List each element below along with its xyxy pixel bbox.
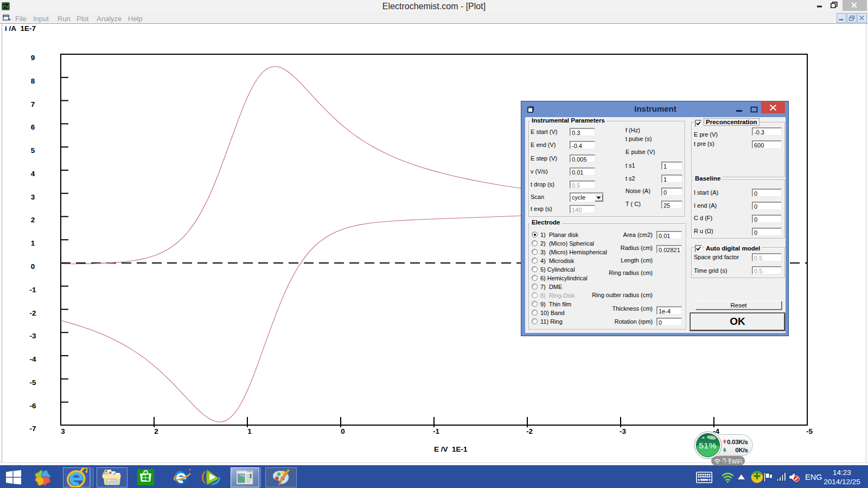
svg-text:9: 9 [31,54,35,62]
svg-text:4: 4 [31,170,35,178]
svg-text:-3: -3 [29,332,36,340]
svg-text:-2: -2 [29,309,36,317]
svg-text:0: 0 [31,262,35,271]
svg-text:-2: -2 [526,427,533,435]
svg-text:0K/s: 0K/s [735,447,748,453]
svg-text:2: 2 [31,216,35,224]
svg-text:3: 3 [31,193,35,201]
svg-text:-3: -3 [620,427,626,435]
svg-text:-5: -5 [29,378,36,387]
svg-text:-5: -5 [806,427,813,435]
svg-text:7: 7 [31,100,35,108]
svg-text:1: 1 [247,427,252,435]
svg-text:0.03K/s: 0.03K/s [727,439,748,445]
svg-text:-1: -1 [29,286,36,294]
svg-text:E /V 1E-1: E /V 1E-1 [434,445,468,453]
svg-text:6: 6 [31,123,35,131]
svg-text:51%: 51% [699,441,717,450]
svg-text:3: 3 [61,427,65,435]
svg-text:-4: -4 [29,355,36,363]
svg-text:-1: -1 [433,427,439,435]
svg-text:1: 1 [31,239,35,247]
svg-text:-6: -6 [29,402,36,410]
svg-text:WiFi: WiFi [732,459,743,465]
svg-text:i /A 1E-7: i /A 1E-7 [5,24,36,33]
svg-text:2: 2 [154,427,158,435]
svg-text:8: 8 [31,77,35,85]
svg-text:5: 5 [31,146,35,155]
svg-text:0: 0 [341,427,345,435]
svg-text:-7: -7 [29,425,36,433]
